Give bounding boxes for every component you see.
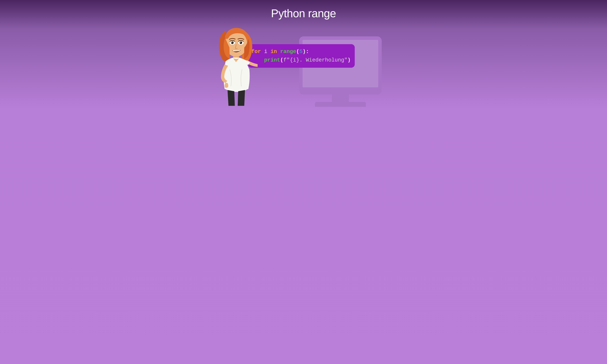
monitor-base bbox=[315, 102, 366, 107]
code-var-i2: i bbox=[293, 57, 296, 63]
code-paren-open2: ( bbox=[280, 57, 283, 63]
code-dot: . bbox=[299, 57, 306, 63]
svg-point-9 bbox=[240, 42, 241, 43]
code-quote2: " bbox=[344, 57, 347, 63]
code-kw-in: in bbox=[270, 49, 277, 55]
code-paren-open: ( bbox=[296, 49, 299, 55]
code-num-5: 5 bbox=[299, 49, 303, 55]
slide-stage: Python range for i in range(5): print(f"… bbox=[210, 0, 397, 105]
code-brace-open: { bbox=[290, 57, 293, 63]
code-bubble: for i in range(5): print(f"{i}. Wiederho… bbox=[248, 44, 355, 68]
code-fn-range: range bbox=[280, 49, 296, 55]
presenter-character bbox=[214, 26, 258, 106]
code-fn-print: print bbox=[264, 57, 280, 63]
svg-point-8 bbox=[232, 42, 232, 43]
code-quote1: " bbox=[287, 57, 290, 63]
code-word: Wiederholung bbox=[306, 57, 344, 63]
code-var-i: i bbox=[264, 49, 267, 55]
code-brace-close: } bbox=[296, 57, 299, 63]
code-f-prefix: f bbox=[283, 57, 287, 63]
code-paren-close: ) bbox=[303, 49, 306, 55]
slide-title: Python range bbox=[210, 7, 397, 20]
code-paren-close2: ) bbox=[347, 57, 351, 63]
code-colon: : bbox=[306, 49, 309, 55]
